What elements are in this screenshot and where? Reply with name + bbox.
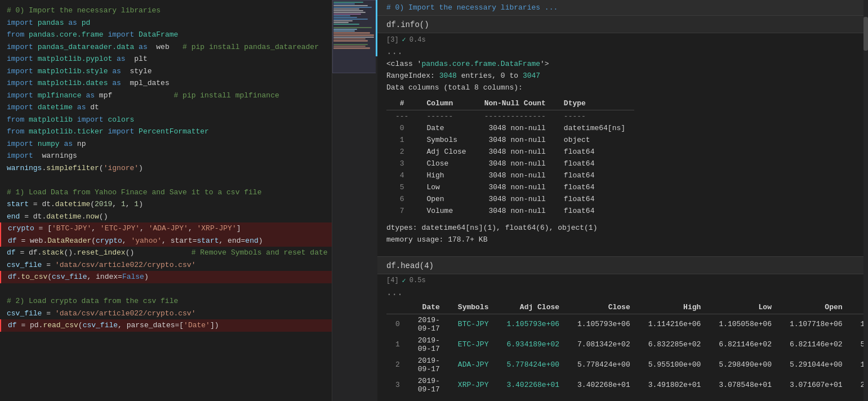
- cell1-exec-num: [3]: [386, 36, 399, 44]
- col-dtype: Dtype: [555, 97, 634, 110]
- cell1-code: # 0) Import the necessary libraries ...: [377, 0, 868, 16]
- head-col-low: Low: [710, 301, 781, 314]
- code-line-3: import pandas_datareader.data as web # p…: [0, 41, 332, 54]
- table-row: 0 Date 3048 non-null datetime64[ns]: [386, 122, 634, 134]
- code-line-15: # 1) Load Data from Yahoo Finace and Sav…: [0, 186, 332, 199]
- head-col-adjclose: Adj Close: [497, 301, 568, 314]
- dfinfo-label: df.info(): [386, 20, 429, 29]
- head-col-open: Open: [781, 301, 852, 314]
- dfhead-table-header: Date Symbols Adj Close Close High Low Op…: [386, 301, 868, 314]
- code-line-blank2: [0, 283, 332, 296]
- table-row: 0 2019-09-17 BTC-JPY 1.105793e+06 1.1057…: [386, 314, 868, 335]
- row-idx: 0: [386, 122, 417, 134]
- code-line-10: from matplotlib.ticker import PercentFor…: [0, 126, 332, 138]
- code-line-17: end = dt.datetime.now(): [0, 211, 332, 223]
- cell1-exec: [3] ✓ 0.4s: [377, 33, 868, 46]
- code-line-16: start = dt.datetime(2019, 1, 1): [0, 198, 332, 211]
- row-nonnull: 3048 non-null: [475, 122, 555, 134]
- code-line-0: # 0) Import the necessary libraries: [0, 5, 332, 17]
- dfinfo-output: <class 'pandas.core.frame.DataFrame'> Ra…: [377, 57, 868, 95]
- code-editor: # 0) Import the necessary libraries impo…: [0, 0, 332, 401]
- col-column: Column: [417, 97, 475, 110]
- head-col-idx: [386, 301, 409, 314]
- table-row: 6Open3048 non-nullfloat64: [386, 193, 634, 205]
- code-line-24: # 2) Load crypto data from the csv file: [0, 295, 332, 308]
- dfinfo-table-separator: --- ------ -------------- -----: [386, 110, 634, 123]
- code-line-8: import datetime as dt: [0, 101, 332, 114]
- code-line-blank1: [0, 174, 332, 186]
- dfinfo-header: df.info(): [377, 16, 868, 33]
- code-line-26: df = pd.read_csv(csv_file, parse_dates=[…: [0, 319, 332, 332]
- code-line-18: crypto = ['BTC-JPY', 'ETC-JPY', 'ADA-JPY…: [0, 222, 332, 235]
- code-line-12: import warnings: [0, 150, 332, 162]
- table-row: 1Symbols3048 non-nullobject: [386, 134, 634, 146]
- table-row: 3 2019-09-17 XRP-JPY 3.402268e+01 3.4022…: [386, 375, 868, 395]
- col-nonnull: Non-Null Count: [475, 97, 555, 110]
- dfinfo-table-wrap: # Column Non-Null Count Dtype --- ------…: [377, 95, 868, 221]
- code-line-2: from pandas.core.frame import DataFrame: [0, 29, 332, 41]
- cell2-time: 0.5s: [409, 277, 426, 284]
- head-col-date: Date: [409, 301, 449, 314]
- head-col-symbols: Symbols: [449, 301, 498, 314]
- table-row: 1 2019-09-17 ETC-JPY 6.934189e+02 7.0813…: [386, 335, 868, 355]
- dfhead-label: df.head(4): [386, 261, 434, 270]
- code-line-21: csv_file = 'data/csv/article022/crypto.c…: [0, 259, 332, 271]
- cell-divider-1: [377, 247, 868, 256]
- cell2-exec-num: [4]: [386, 277, 399, 284]
- code-line-4: import matplotlib.pyplot as plt: [0, 53, 332, 65]
- cell2-check-icon: ✓: [402, 277, 406, 285]
- dfinfo-table-header: # Column Non-Null Count Dtype: [386, 97, 634, 110]
- table-row: 2Adj Close3048 non-nullfloat64: [386, 146, 634, 158]
- head-col-high: High: [639, 301, 710, 314]
- dfhead-header: df.head(4): [377, 256, 868, 274]
- right-scrollbar-thumb[interactable]: [863, 17, 868, 51]
- code-line-9: from matplotlib import colors: [0, 114, 332, 126]
- dfhead-table: Date Symbols Adj Close Close High Low Op…: [386, 301, 868, 395]
- code-line-11: import numpy as np: [0, 138, 332, 150]
- table-row: 2 2019-09-17 ADA-JPY 5.778424e+00 5.7784…: [386, 355, 868, 375]
- dfhead-table-wrap: Date Symbols Adj Close Close High Low Op…: [377, 298, 868, 400]
- table-row: 7Volume3048 non-nullfloat64: [386, 205, 634, 217]
- code-line-22: df.to_csv(csv_file, index=False): [0, 271, 332, 283]
- right-scrollbar[interactable]: [863, 0, 868, 401]
- code-line-7: import mplfinance as mpf # pip install m…: [0, 90, 332, 102]
- row-col: Date: [417, 122, 475, 134]
- code-line-13: warnings.simplefilter('ignore'): [0, 162, 332, 175]
- notebook-output: # 0) Import the necessary libraries ... …: [377, 0, 868, 401]
- code-line-6: import matplotlib.dates as mpl_dates: [0, 77, 332, 90]
- code-line-19: df = web.DataReader(crypto, 'yahoo', sta…: [0, 235, 332, 247]
- cell1-check-icon: ✓: [402, 35, 406, 44]
- code-line-20: df = df.stack().reset_index() # Remove S…: [0, 247, 332, 259]
- minimap: [332, 0, 377, 401]
- code-line-25: csv_file = 'data/csv/article022/crypto.c…: [0, 308, 332, 320]
- cell1-code-text: # 0) Import the necessary libraries ...: [386, 3, 558, 12]
- head-col-close: Close: [568, 301, 639, 314]
- table-row: 5Low3048 non-nullfloat64: [386, 181, 634, 193]
- cell2-exec: [4] ✓ 0.5s: [377, 274, 868, 287]
- row-dtype: datetime64[ns]: [555, 122, 634, 134]
- dfinfo-dtypes: dtypes: datetime64[ns](1), float64(6), o…: [377, 221, 868, 247]
- table-row: 4High3048 non-nullfloat64: [386, 170, 634, 181]
- code-line-1: import pandas as pd: [0, 17, 332, 29]
- cell2-dots-menu[interactable]: ...: [377, 287, 868, 298]
- col-hash: #: [386, 97, 417, 110]
- table-row: 3Close3048 non-nullfloat64: [386, 158, 634, 170]
- cell1-dots-menu[interactable]: ...: [377, 46, 868, 57]
- code-line-5: import matplotlib.style as style: [0, 65, 332, 78]
- dfinfo-table: # Column Non-Null Count Dtype --- ------…: [386, 97, 634, 217]
- cell1-time: 0.4s: [409, 36, 426, 44]
